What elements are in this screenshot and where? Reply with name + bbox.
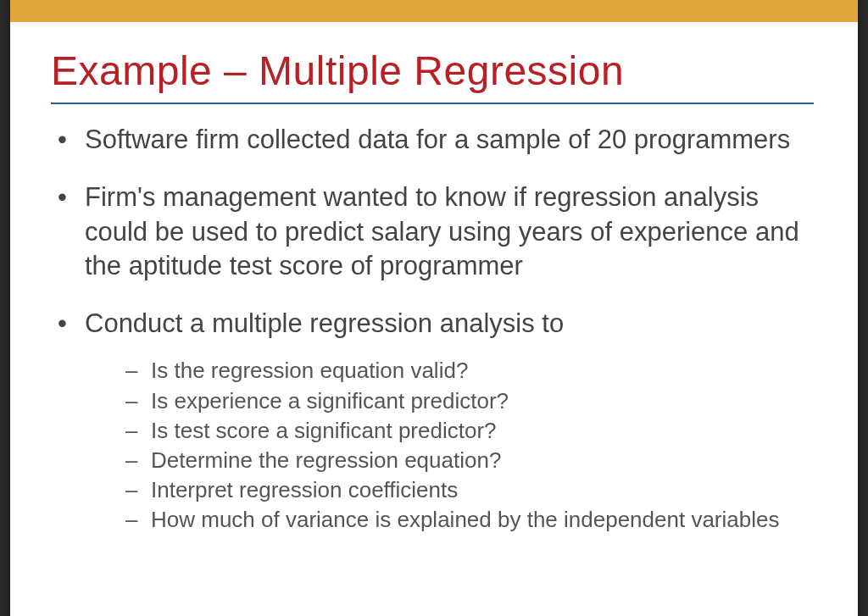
list-item: Determine the regression equation? [125, 446, 817, 475]
sub-bullet-text: Is the regression equation valid? [151, 358, 468, 383]
sub-bullet-text: Determine the regression equation? [151, 447, 501, 473]
slide-title: Example – Multiple Regression [51, 47, 817, 94]
slide: Example – Multiple Regression Software f… [10, 0, 858, 616]
list-item: Is experience a significant predictor? [125, 386, 817, 416]
bullet-text: Conduct a multiple regression analysis t… [85, 308, 564, 338]
sub-bullet-text: Is test score a significant predictor? [151, 418, 497, 443]
bullet-list: Software firm collected data for a sampl… [51, 123, 817, 535]
sub-bullet-list: Is the regression equation valid? Is exp… [125, 356, 817, 535]
slide-content: Example – Multiple Regression Software f… [10, 22, 858, 535]
list-item: Conduct a multiple regression analysis t… [51, 307, 817, 535]
sub-bullet-text: Interpret regression coefficients [151, 477, 458, 502]
accent-bar [10, 0, 858, 22]
list-item: How much of variance is explained by the… [125, 505, 817, 535]
list-item: Interpret regression coefficients [125, 475, 817, 505]
list-item: Software firm collected data for a sampl… [51, 123, 817, 157]
sub-bullet-text: How much of variance is explained by the… [151, 507, 779, 532]
list-item: Is the regression equation valid? [125, 356, 817, 386]
title-underline [51, 103, 814, 104]
list-item: Is test score a significant predictor? [125, 416, 817, 446]
bullet-text: Software firm collected data for a sampl… [85, 125, 790, 154]
list-item: Firm's management wanted to know if regr… [51, 180, 817, 283]
sub-bullet-text: Is experience a significant predictor? [151, 388, 509, 413]
bullet-text: Firm's management wanted to know if regr… [85, 182, 799, 280]
